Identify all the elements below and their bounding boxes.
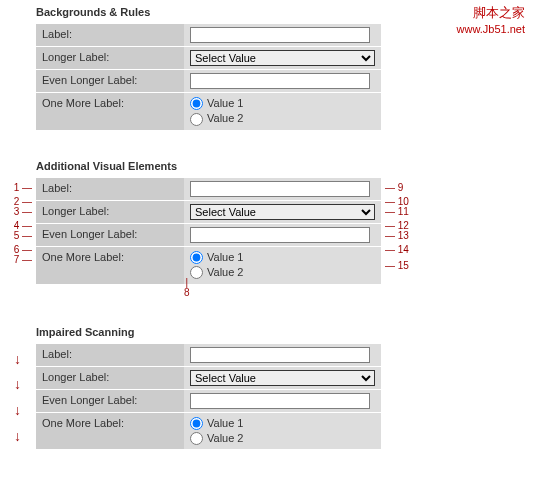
down-arrow-icon: ↓	[14, 377, 21, 391]
section-impaired-scanning: Impaired Scanning ↓ ↓ ↓ ↓ Label: Longer …	[36, 326, 381, 450]
callout-13: 13	[385, 230, 421, 241]
arrow-column: ↓ ↓ ↓ ↓	[14, 346, 21, 450]
radio-label: Value 2	[207, 431, 244, 446]
radio-value1[interactable]	[190, 251, 203, 264]
one-more-label-text: One More Label:	[36, 413, 184, 450]
section-title: Backgrounds & Rules	[36, 6, 381, 18]
section-additional-visual: Additional Visual Elements 1 2 3 4 5 6 7…	[36, 160, 381, 284]
radio-label: Value 2	[207, 265, 244, 280]
even-longer-label-text: Even Longer Label:	[36, 224, 184, 247]
radio-value2[interactable]	[190, 113, 203, 126]
callout-11: 11	[385, 206, 421, 217]
table-row: Longer Label: Select Value	[36, 201, 381, 224]
table-row: Longer Label: Select Value	[36, 367, 381, 390]
label-text: Label:	[36, 178, 184, 201]
watermark-url: www.Jb51.net	[457, 22, 525, 37]
table-row: Label:	[36, 178, 381, 201]
radio-value1[interactable]	[190, 97, 203, 110]
callout-3: 3	[12, 206, 32, 217]
table-row: Even Longer Label:	[36, 390, 381, 413]
callout-7: 7	[12, 254, 32, 265]
form-table: Label: Longer Label: Select Value Even L…	[36, 344, 381, 450]
table-row: One More Label: Value 1 Value 2	[36, 247, 381, 284]
radio-label: Value 1	[207, 250, 244, 265]
section-title: Additional Visual Elements	[36, 160, 381, 172]
down-arrow-icon: ↓	[14, 352, 21, 366]
callout-8: | 8	[184, 279, 190, 298]
label-input[interactable]	[190, 347, 370, 363]
one-more-label-text: One More Label:	[36, 247, 184, 284]
longer-label-text: Longer Label:	[36, 367, 184, 390]
radio-label: Value 2	[207, 111, 244, 126]
callout-15: 15	[385, 260, 421, 271]
section-title: Impaired Scanning	[36, 326, 381, 338]
form-table: Label: Longer Label: Select Value Even L…	[36, 24, 381, 130]
table-row: Even Longer Label:	[36, 224, 381, 247]
watermark: 脚本之家 www.Jb51.net	[457, 4, 525, 38]
value-select[interactable]: Select Value	[190, 50, 375, 66]
callout-1: 1	[12, 182, 32, 193]
one-more-label-text: One More Label:	[36, 93, 184, 130]
watermark-cn: 脚本之家	[457, 4, 525, 22]
radio-label: Value 1	[207, 416, 244, 431]
label-input[interactable]	[190, 181, 370, 197]
table-row: One More Label: Value 1 Value 2	[36, 93, 381, 130]
form-table: Label: Longer Label: Select Value Even L…	[36, 178, 381, 284]
callout-5: 5	[12, 230, 32, 241]
longer-label-text: Longer Label:	[36, 201, 184, 224]
table-row: Label:	[36, 24, 381, 47]
label-text: Label:	[36, 24, 184, 47]
even-longer-label-text: Even Longer Label:	[36, 390, 184, 413]
callout-9: 9	[385, 182, 421, 193]
longer-label-text: Longer Label:	[36, 47, 184, 70]
table-row: One More Label: Value 1 Value 2	[36, 413, 381, 450]
down-arrow-icon: ↓	[14, 429, 21, 443]
label-text: Label:	[36, 344, 184, 367]
radio-value2[interactable]	[190, 432, 203, 445]
even-longer-label-text: Even Longer Label:	[36, 70, 184, 93]
radio-value1[interactable]	[190, 417, 203, 430]
value-select[interactable]: Select Value	[190, 204, 375, 220]
table-row: Even Longer Label:	[36, 70, 381, 93]
even-longer-input[interactable]	[190, 393, 370, 409]
value-select[interactable]: Select Value	[190, 370, 375, 386]
callout-14: 14	[385, 244, 421, 255]
label-input[interactable]	[190, 27, 370, 43]
radio-label: Value 1	[207, 96, 244, 111]
section-backgrounds-rules: Backgrounds & Rules Label: Longer Label:…	[36, 6, 381, 130]
even-longer-input[interactable]	[190, 73, 370, 89]
down-arrow-icon: ↓	[14, 403, 21, 417]
radio-value2[interactable]	[190, 266, 203, 279]
even-longer-input[interactable]	[190, 227, 370, 243]
table-row: Longer Label: Select Value	[36, 47, 381, 70]
table-row: Label:	[36, 344, 381, 367]
